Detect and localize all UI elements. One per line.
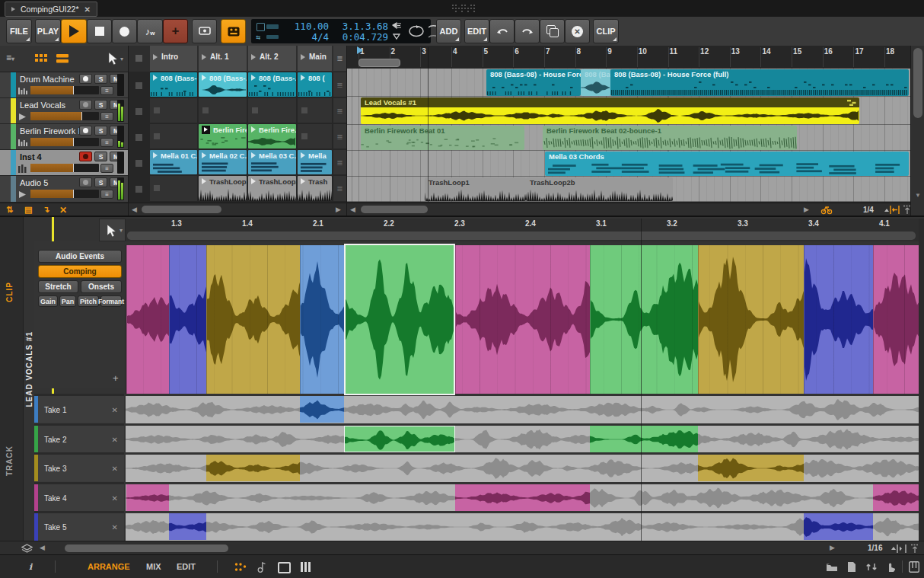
clip-slot[interactable] <box>150 176 197 201</box>
launcher-clip[interactable]: Mella 03 C... <box>248 150 296 174</box>
clip-menu-button[interactable]: CLIP <box>593 19 619 43</box>
comp-segment-take-3[interactable] <box>698 245 804 394</box>
io-panel-icon[interactable] <box>866 562 878 572</box>
take-delete-icon[interactable]: ✕ <box>112 493 118 502</box>
clip-slot[interactable] <box>150 124 197 148</box>
launcher-clip[interactable]: Mella 01 C... <box>150 150 197 174</box>
solo-button[interactable]: S <box>94 126 107 136</box>
time-signature-value[interactable]: 4/4 <box>282 31 329 43</box>
scene-row-icon[interactable]: ≣ <box>333 150 346 174</box>
arr-scroll-left-icon[interactable]: ◀ <box>350 206 355 213</box>
take-highlight-take-3[interactable] <box>698 455 804 481</box>
scene-header-2[interactable]: Alt. 1 <box>199 46 247 71</box>
time-value[interactable]: 0:04.729 <box>333 31 388 43</box>
file-button[interactable]: FILE <box>6 19 32 43</box>
record-arm-button[interactable] <box>79 100 92 110</box>
add-lane-icon[interactable]: + <box>113 372 119 384</box>
clip-play-icon[interactable] <box>301 178 305 184</box>
track-row-drum-machine[interactable]: Drum MachineSM≡ <box>0 72 128 98</box>
play-menu-button[interactable]: PLAY <box>35 19 61 43</box>
ed-grid-settings-icon[interactable] <box>910 544 919 554</box>
ed-snap-value[interactable]: 1/16 <box>868 544 882 552</box>
formant-button[interactable]: Formant <box>100 295 122 307</box>
take-delete-icon[interactable]: ✕ <box>112 523 118 532</box>
clip-slot[interactable] <box>298 124 332 148</box>
note-editor-icon[interactable] <box>257 561 267 573</box>
arr-scrollbar-thumb[interactable] <box>361 206 428 213</box>
ruler-zoom-thumb[interactable] <box>358 59 400 67</box>
arranger-clip[interactable]: Berlin Firework Beat 01 <box>361 126 524 150</box>
arr-scroll-right-icon[interactable]: ▶ <box>804 206 809 213</box>
stop-button[interactable] <box>87 19 112 43</box>
audio-events-button[interactable]: Audio Events <box>38 250 122 263</box>
take-row-2[interactable]: Take 2✕ <box>34 423 124 452</box>
loop-brace-indicator[interactable] <box>256 23 265 31</box>
follow-icon[interactable]: ↴ <box>43 205 49 215</box>
take-highlight-take-2[interactable] <box>590 426 698 452</box>
launcher-scrollbar-thumb[interactable] <box>142 206 221 213</box>
take-delete-icon[interactable]: ✕ <box>112 464 118 472</box>
take-highlight-take-5[interactable] <box>169 513 206 540</box>
volume-slider[interactable] <box>30 112 99 120</box>
layers-icon[interactable] <box>21 544 33 553</box>
pointer-tool-icon[interactable] <box>108 52 119 65</box>
take-row-5[interactable]: Take 5✕ <box>34 511 124 541</box>
launcher-clip[interactable]: Berlin Fire... <box>248 124 296 148</box>
take-lane-1[interactable] <box>126 394 919 423</box>
launcher-clip[interactable]: Mella <box>298 150 332 174</box>
arranger-clip[interactable]: Lead Vocals #1 <box>361 97 859 124</box>
punch-icons[interactable] <box>391 21 403 41</box>
track-stop-button[interactable] <box>135 186 142 193</box>
track-menu-button[interactable]: ≡ <box>100 112 113 121</box>
take-delete-icon[interactable]: ✕ <box>112 405 118 414</box>
track-stop-button[interactable] <box>135 82 142 89</box>
take-lane-4[interactable] <box>126 482 919 511</box>
take-highlight-take-4[interactable] <box>126 484 169 511</box>
scene-row-icon[interactable]: ≣ <box>333 124 346 148</box>
take-row-4[interactable]: Take 4✕ <box>34 482 124 511</box>
redo-button[interactable] <box>515 19 540 43</box>
ed-scrollbar-thumb[interactable] <box>65 544 228 552</box>
solo-button[interactable]: S <box>94 74 107 84</box>
groove-button[interactable]: ♪w <box>137 19 163 43</box>
launcher-clip[interactable]: TrashLoop1 <box>199 176 247 201</box>
browser-panel-icon[interactable] <box>826 563 838 572</box>
ed-snap-icon[interactable] <box>896 544 907 554</box>
view-arrange[interactable]: ARRANGE <box>88 562 130 571</box>
list-view-icon[interactable] <box>56 54 69 63</box>
comp-segment-take-4[interactable] <box>455 245 590 394</box>
arranger-vscroll-thumb[interactable] <box>913 48 922 118</box>
position-value[interactable]: 3.1.3.68 <box>333 21 388 32</box>
overdub-button[interactable]: + <box>163 19 188 43</box>
take-lane-3[interactable] <box>126 452 919 481</box>
clip-play-icon[interactable] <box>202 152 206 158</box>
arr-snap-icon[interactable] <box>889 205 900 215</box>
comp-segment-take-2[interactable] <box>344 244 455 395</box>
scene-list-header-icon[interactable]: ≣ <box>333 46 346 71</box>
track-row-audio-5[interactable]: Audio 5SM≡ <box>0 176 128 203</box>
take-highlight-take-2[interactable] <box>344 426 455 452</box>
play-button[interactable] <box>61 19 87 43</box>
arranger-clip[interactable]: 808 (Bass-08) - House Force ( <box>486 69 581 96</box>
record-arm-button[interactable] <box>79 152 92 161</box>
track-io-icon[interactable]: ▤ <box>24 205 32 215</box>
solo-button[interactable]: S <box>94 177 107 187</box>
arranger-clip[interactable]: Berlin Firework Beat 02-bounce-1 <box>543 126 797 150</box>
arranger-clip[interactable]: 808 (Bas <box>581 69 610 96</box>
comp-segment-take-5[interactable] <box>169 245 206 394</box>
scene-header-4[interactable]: Main <box>298 46 332 71</box>
clip-play-icon[interactable] <box>301 75 305 81</box>
track-stop-button[interactable] <box>135 108 142 115</box>
clip-play-icon[interactable] <box>251 75 256 81</box>
clip-play-icon[interactable] <box>202 75 206 81</box>
take-lane-2[interactable] <box>126 423 919 452</box>
clip-slot[interactable] <box>248 98 296 123</box>
delete-button[interactable]: ✕ <box>565 19 590 43</box>
editor-playhead[interactable] <box>641 219 642 541</box>
arranger-vscrollbar[interactable]: ▼ <box>910 46 924 216</box>
launcher-clip[interactable]: Berlin Fire... <box>199 124 247 148</box>
track-menu-button[interactable]: ≡ <box>100 86 113 95</box>
clip-slot[interactable] <box>150 98 197 123</box>
clip-slot[interactable] <box>199 98 247 123</box>
scene-header-1[interactable]: Intro <box>150 46 197 71</box>
